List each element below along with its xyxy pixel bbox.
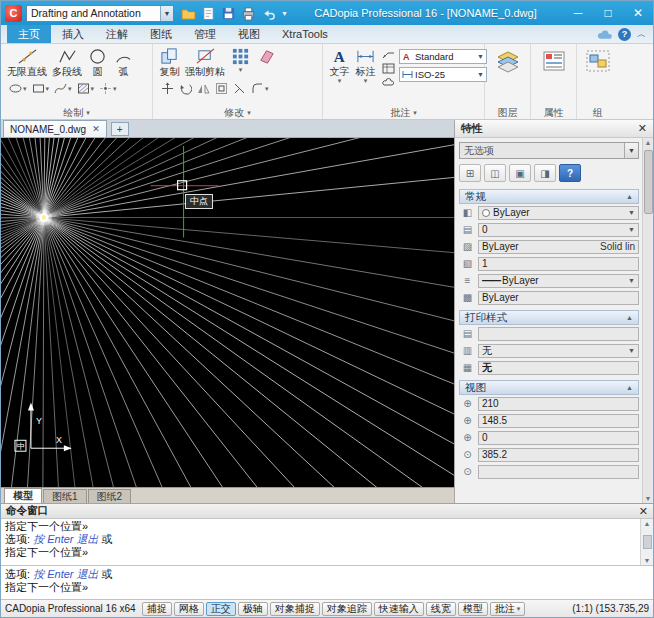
- command-scrollbar[interactable]: ▲ ▼: [640, 519, 653, 565]
- scroll-down-icon[interactable]: ▼: [644, 557, 651, 564]
- tool-rectangle[interactable]: ▾: [32, 82, 50, 95]
- scrollbar-thumb[interactable]: [644, 150, 653, 214]
- chevron-down-icon[interactable]: ▼: [628, 226, 635, 233]
- ribbon-tab-annotate[interactable]: 注解: [95, 25, 139, 43]
- flyout-caret-icon[interactable]: ▾: [265, 85, 269, 93]
- lineweight-field[interactable]: ——ByLayer▼: [478, 274, 639, 288]
- command-option-link[interactable]: 按 Enter 退出: [33, 533, 98, 545]
- tool-mirror[interactable]: [197, 82, 210, 95]
- tool-spline[interactable]: ▾: [54, 82, 72, 95]
- leader-icon[interactable]: [382, 49, 395, 60]
- document-tab[interactable]: NONAME_0.dwg ✕: [3, 120, 107, 137]
- plot-field-3[interactable]: 无: [478, 361, 639, 375]
- scroll-up-icon[interactable]: ▲: [644, 520, 651, 527]
- tool-dimension[interactable]: 标注 ▾: [353, 46, 378, 86]
- ribbon-tab-manage[interactable]: 管理: [183, 25, 227, 43]
- tool-trim[interactable]: [233, 82, 246, 95]
- flyout-caret-icon[interactable]: ▾: [239, 66, 243, 74]
- panel-label-draw[interactable]: 绘制▾: [3, 106, 150, 119]
- chevron-down-icon[interactable]: ▾: [517, 605, 521, 613]
- ribbon-tab-sheet[interactable]: 图纸: [139, 25, 183, 43]
- chevron-down-icon[interactable]: ▼: [628, 277, 635, 284]
- view-field-1[interactable]: 210: [478, 397, 639, 411]
- collapse-icon[interactable]: ▲: [626, 384, 633, 391]
- tool-rotate[interactable]: [179, 82, 192, 95]
- scroll-up-icon[interactable]: ▲: [645, 139, 652, 146]
- plot-field-1[interactable]: [478, 327, 639, 341]
- status-grid-button[interactable]: 网格: [174, 602, 204, 616]
- chevron-down-icon[interactable]: ▼: [628, 347, 635, 354]
- chevron-down-icon[interactable]: ▼: [628, 209, 635, 216]
- command-history[interactable]: 指定下一个位置» 选项: 按 Enter 退出 或 指定下一个位置» ▲ ▼: [1, 519, 653, 566]
- cloud-revision-icon[interactable]: [382, 77, 395, 88]
- tool-properties[interactable]: [539, 49, 568, 73]
- section-plot-header[interactable]: 打印样式 ▲: [459, 310, 639, 325]
- status-otrack-button[interactable]: 对象追踪: [322, 602, 372, 616]
- scrollbar-thumb[interactable]: [643, 535, 652, 549]
- tool-fillet[interactable]: ▾: [251, 82, 269, 95]
- properties-scrollbar[interactable]: ▲ ▼: [642, 138, 653, 503]
- save-icon[interactable]: [221, 6, 236, 21]
- section-view-header[interactable]: 视图 ▲: [459, 380, 639, 395]
- qat-dropdown-icon[interactable]: ▼: [281, 10, 288, 17]
- tool-arc[interactable]: 弧: [111, 46, 136, 78]
- ribbon-tab-home[interactable]: 主页: [7, 25, 51, 43]
- transparency-field[interactable]: ByLayer: [478, 291, 639, 305]
- cloud-icon[interactable]: [597, 29, 612, 40]
- text-style-combo[interactable]: A Standard ▼: [399, 49, 487, 64]
- view-field-4[interactable]: 385.2: [478, 448, 639, 462]
- command-prompt[interactable]: 选项: 按 Enter 退出 或 指定下一个位置»: [1, 566, 653, 599]
- panel-label-layers[interactable]: 图层: [487, 106, 528, 119]
- collapse-icon[interactable]: ▲: [626, 193, 633, 200]
- undo-icon[interactable]: [261, 6, 276, 21]
- linetype-scale-field[interactable]: 1: [478, 257, 639, 271]
- panel-label-properties[interactable]: 属性: [533, 106, 574, 119]
- status-lineweight-button[interactable]: 线宽: [426, 602, 456, 616]
- open-folder-icon[interactable]: [181, 6, 196, 21]
- panel-label-group[interactable]: 组: [579, 106, 617, 119]
- panel-label-annotate[interactable]: 批注▾: [325, 106, 482, 119]
- status-annotate-button[interactable]: 批注▾: [490, 602, 526, 616]
- status-snap-button[interactable]: 捕捉: [142, 602, 172, 616]
- tool-hatch[interactable]: ▾: [77, 82, 95, 95]
- status-polar-button[interactable]: 极轴: [238, 602, 268, 616]
- section-general-header[interactable]: 常规 ▲: [459, 189, 639, 204]
- help-button[interactable]: ?: [559, 164, 581, 182]
- view-field-2[interactable]: 148.5: [478, 414, 639, 428]
- status-quickinput-button[interactable]: 快速输入: [374, 602, 424, 616]
- close-icon[interactable]: ✕: [638, 122, 647, 135]
- ribbon-tab-view[interactable]: 视图: [227, 25, 271, 43]
- tool-move[interactable]: [161, 82, 174, 95]
- tool-group[interactable]: [585, 49, 611, 73]
- close-icon[interactable]: ✕: [639, 505, 648, 518]
- command-option-link[interactable]: 按 Enter 退出: [33, 568, 98, 580]
- paint-properties-button[interactable]: ◨: [534, 164, 556, 182]
- tool-offset[interactable]: [215, 82, 228, 95]
- table-icon[interactable]: [382, 63, 395, 74]
- flyout-caret-icon[interactable]: ▾: [23, 85, 27, 93]
- tool-array[interactable]: ▾: [228, 46, 253, 75]
- panel-label-modify[interactable]: 修改▾: [155, 106, 320, 119]
- flyout-caret-icon[interactable]: ▾: [68, 85, 72, 93]
- status-model-button[interactable]: 模型: [458, 602, 488, 616]
- sheet-tab-model[interactable]: 模型: [4, 488, 42, 503]
- ribbon-collapse-icon[interactable]: ︿: [637, 28, 646, 41]
- linetype-field[interactable]: ByLayerSolid lin: [478, 240, 639, 254]
- app-logo-icon[interactable]: C: [5, 5, 22, 22]
- tool-infinite-line[interactable]: 无限直线: [5, 46, 49, 78]
- selection-dropdown[interactable]: 无选项 ▼: [459, 142, 639, 159]
- minimize-button[interactable]: ─: [563, 1, 593, 25]
- status-ortho-button[interactable]: 正交: [206, 602, 236, 616]
- close-icon[interactable]: ✕: [92, 124, 100, 134]
- collapse-icon[interactable]: ▲: [626, 314, 633, 321]
- tool-layers[interactable]: [493, 49, 522, 73]
- scroll-down-icon[interactable]: ▼: [645, 495, 652, 502]
- tool-point[interactable]: ▾: [99, 82, 117, 95]
- flyout-caret-icon[interactable]: ▾: [364, 77, 368, 85]
- new-drawing-icon[interactable]: [201, 6, 216, 21]
- ribbon-tab-xtratools[interactable]: XtraTools: [271, 25, 339, 43]
- flyout-caret-icon[interactable]: ▾: [113, 85, 117, 93]
- sheet-tab-sheet1[interactable]: 图纸1: [43, 489, 87, 503]
- maximize-button[interactable]: □: [593, 1, 623, 25]
- close-button[interactable]: ✕: [623, 1, 653, 25]
